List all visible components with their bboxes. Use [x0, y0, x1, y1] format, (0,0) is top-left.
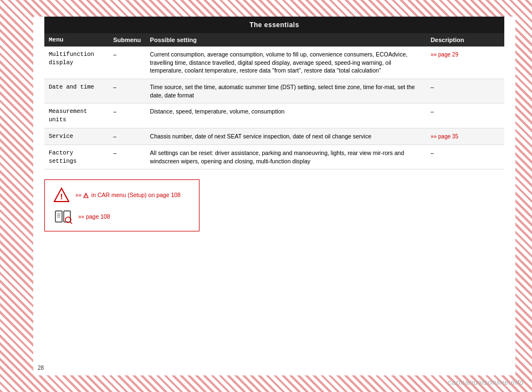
content-area: The essentials Menu Submenu Possible set… [33, 17, 515, 243]
cell-possible: Chassis number, date of next SEAT servic… [146, 128, 426, 145]
cell-description: »» page 35 [426, 128, 504, 145]
table-header-row: Menu Submenu Possible setting Descriptio… [44, 33, 504, 47]
cell-possible: Current consumption, average consumption… [146, 47, 426, 79]
col-header-menu: Menu [44, 33, 109, 47]
cell-menu: Factory settings [44, 145, 109, 169]
cell-description: – [426, 79, 504, 104]
cell-possible: Distance, speed, temperature, volume, co… [146, 104, 426, 128]
cell-submenu: – [109, 79, 145, 104]
table-body: Multifunction display–Current consumptio… [44, 47, 504, 169]
table-row: Date and time–Time source, set the time,… [44, 79, 504, 104]
col-header-description: Description [426, 33, 504, 47]
cell-possible: Time source, set the time, automatic sum… [146, 79, 426, 104]
warning-row-2: »» page 108 [53, 209, 191, 224]
watermark: carmanualsonline.info [448, 378, 524, 386]
svg-rect-5 [64, 211, 70, 222]
svg-text:!: ! [60, 192, 63, 201]
cell-menu: Measurement units [44, 104, 109, 128]
book-icon [53, 209, 73, 224]
warning-row-1: ! »» ! in CAR menu (Setup) on page 108 [53, 187, 191, 203]
essentials-table: Menu Submenu Possible setting Descriptio… [44, 33, 504, 169]
warning-text-1: »» ! in CAR menu (Setup) on page 108 [75, 192, 181, 198]
table-row: Measurement units–Distance, speed, tempe… [44, 104, 504, 128]
cell-submenu: – [109, 47, 145, 79]
svg-rect-4 [55, 211, 62, 222]
section-title: The essentials [44, 17, 504, 33]
cell-description: – [426, 145, 504, 169]
cell-submenu: – [109, 104, 145, 128]
warning-text-2: »» page 108 [78, 213, 110, 220]
cell-menu: Service [44, 128, 109, 145]
table-row: Factory settings–All settings can be res… [44, 145, 504, 169]
page-container: The essentials Menu Submenu Possible set… [33, 17, 515, 375]
warning-triangle-icon: ! [53, 187, 70, 203]
svg-text:!: ! [85, 194, 86, 198]
svg-line-7 [70, 222, 72, 224]
cell-possible: All settings can be reset: driver assist… [146, 145, 426, 169]
cell-description: – [426, 104, 504, 128]
title-text: The essentials [249, 21, 299, 29]
col-header-possible: Possible setting [146, 33, 426, 47]
page-number: 28 [38, 365, 44, 371]
cell-submenu: – [109, 145, 145, 169]
cell-submenu: – [109, 128, 145, 145]
cell-menu: Multifunction display [44, 47, 109, 79]
cell-menu: Date and time [44, 79, 109, 104]
table-row: Multifunction display–Current consumptio… [44, 47, 504, 79]
warning-box: ! »» ! in CAR menu (Setup) on page 108 [44, 179, 200, 231]
cell-description: »» page 29 [426, 47, 504, 79]
table-row: Service–Chassis number, date of next SEA… [44, 128, 504, 145]
col-header-submenu: Submenu [109, 33, 145, 47]
